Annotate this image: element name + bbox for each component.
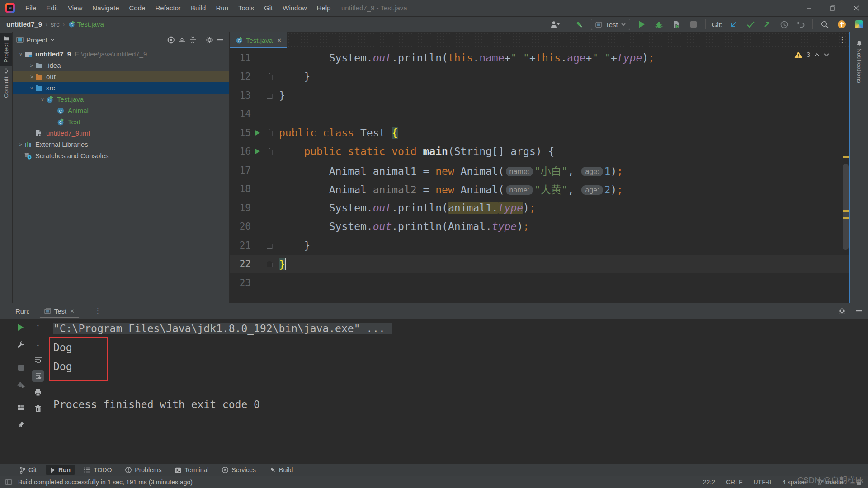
pin-tab-icon[interactable] — [15, 419, 27, 431]
fold-marker-icon[interactable] — [264, 261, 275, 267]
menu-window[interactable]: Window — [278, 0, 311, 16]
tree-item-test-java[interactable]: ˅CTest.java — [13, 94, 229, 105]
tree-item--idea[interactable]: ˃.idea — [13, 60, 229, 71]
soft-wrap-icon[interactable] — [32, 354, 44, 366]
code-line-17[interactable]: 17 Animal animal1 = new Animal(name:"小白"… — [230, 161, 850, 180]
fold-marker-icon[interactable] — [264, 148, 275, 155]
history-clock-icon[interactable] — [778, 19, 789, 30]
run-tab-options-icon[interactable]: ⋮ — [94, 307, 102, 315]
tree-item-test[interactable]: CTest — [13, 116, 229, 127]
run-tab-close-icon[interactable]: ✕ — [70, 308, 75, 314]
hide-panel-icon[interactable] — [215, 34, 226, 45]
run-with-coverage-icon[interactable] — [671, 19, 682, 30]
stripe-tab-project[interactable]: Project — [0, 33, 12, 66]
run-settings-gear-icon[interactable] — [838, 307, 846, 315]
line-ending[interactable]: CRLF — [726, 479, 743, 486]
editor-scrollbar[interactable] — [843, 164, 849, 250]
build-hammer-icon[interactable] — [574, 19, 585, 30]
stripe-tab-notifications[interactable]: Notifications — [853, 38, 865, 86]
code-line-21[interactable]: 21 } — [230, 236, 850, 255]
menu-file[interactable]: File — [20, 0, 41, 16]
tab-close-icon[interactable]: ✕ — [277, 37, 282, 44]
stop-button[interactable] — [688, 19, 699, 30]
run-tab-test[interactable]: Test ✕ — [42, 303, 77, 319]
menu-code[interactable]: Code — [124, 0, 151, 16]
run-button[interactable] — [637, 19, 647, 30]
stop-button[interactable] — [15, 361, 27, 373]
code-line-13[interactable]: 13} — [230, 86, 850, 105]
code-with-me-icon[interactable] — [854, 19, 864, 30]
fold-marker-icon[interactable] — [264, 92, 275, 99]
stripe-tab-commit[interactable]: Commit — [0, 66, 12, 101]
tool-window-button-build[interactable]: Build — [265, 465, 297, 475]
user-account-icon[interactable] — [550, 19, 561, 30]
search-everywhere-icon[interactable] — [819, 19, 830, 30]
breadcrumb-project[interactable]: untitled7_9 — [6, 20, 42, 28]
caret-position[interactable]: 22:2 — [703, 479, 715, 486]
git-push-icon[interactable] — [762, 19, 773, 30]
tree-item-src[interactable]: ˅src — [13, 82, 229, 94]
breadcrumb-file[interactable]: C Test.java — [68, 20, 104, 28]
up-stack-trace-icon[interactable]: ↑ — [32, 321, 44, 333]
rerun-button[interactable] — [15, 321, 27, 333]
menu-git[interactable]: Git — [259, 0, 278, 16]
locate-file-icon[interactable] — [165, 34, 176, 45]
project-panel-title[interactable]: Project — [26, 36, 47, 44]
menu-tools[interactable]: Tools — [233, 0, 259, 16]
code-line-22[interactable]: 22} — [230, 255, 850, 274]
code-line-15[interactable]: 15public class Test { — [230, 123, 850, 142]
tab-test-java[interactable]: C Test.java ✕ — [230, 32, 287, 48]
tree-item-scratches-and-consoles[interactable]: Scratches and Consoles — [13, 150, 229, 161]
run-gutter-icon[interactable] — [251, 148, 264, 155]
print-icon[interactable] — [32, 386, 44, 398]
tool-window-button-run[interactable]: Run — [46, 465, 75, 475]
tree-item-untitled7-9[interactable]: ˅untitled7_9E:\gitee\java\untitled7_9 — [13, 48, 229, 60]
menu-view[interactable]: View — [63, 0, 87, 16]
run-configuration-select[interactable]: Test — [591, 19, 630, 30]
restore-button[interactable] — [821, 0, 844, 16]
debug-button[interactable] — [654, 19, 665, 30]
code-line-14[interactable]: 14 — [230, 105, 850, 124]
code-line-23[interactable]: 23 — [230, 273, 850, 292]
tool-window-switcher-icon[interactable] — [5, 479, 12, 485]
scroll-to-end-icon[interactable] — [32, 370, 44, 382]
file-encoding[interactable]: UTF-8 — [753, 479, 771, 486]
run-gutter-icon[interactable] — [251, 130, 264, 136]
tool-window-button-todo[interactable]: TODO — [80, 465, 116, 475]
git-commit-icon[interactable] — [745, 19, 756, 30]
tool-window-button-problems[interactable]: Problems — [121, 465, 166, 475]
code-line-19[interactable]: 19 System.out.println(animal1.type); — [230, 198, 850, 217]
code-line-16[interactable]: 16 public static void main(String[] args… — [230, 142, 850, 161]
git-update-icon[interactable] — [728, 19, 739, 30]
tree-item-external-libraries[interactable]: ˃External Libraries — [13, 139, 229, 150]
collapse-arrow-icon[interactable]: ˅ — [17, 52, 24, 57]
minimize-button[interactable] — [797, 0, 821, 16]
code-viewport[interactable]: 11 System.out.println(this.name+" "+this… — [230, 48, 850, 303]
menu-edit[interactable]: Edit — [41, 0, 63, 16]
tree-item-out[interactable]: ˃out — [13, 71, 229, 82]
breadcrumb-src[interactable]: src — [51, 20, 60, 28]
code-line-18[interactable]: 18 Animal animal2 = new Animal(name:"大黄"… — [230, 180, 850, 199]
collapse-all-icon[interactable] — [187, 34, 198, 45]
collapse-arrow-icon[interactable]: ˅ — [39, 97, 46, 102]
code-line-11[interactable]: 11 System.out.println(this.name+" "+this… — [230, 48, 850, 67]
update-available-icon[interactable] — [836, 19, 847, 30]
tree-item-animal[interactable]: CAnimal — [13, 105, 229, 116]
close-button[interactable] — [844, 0, 868, 16]
code-line-20[interactable]: 20 System.out.println(Animal.type); — [230, 217, 850, 236]
expand-arrow-icon[interactable]: ˃ — [28, 63, 35, 68]
menu-help[interactable]: Help — [312, 0, 336, 16]
expand-arrow-icon[interactable]: ˃ — [28, 74, 35, 80]
expand-all-icon[interactable] — [176, 34, 187, 45]
rerun-failed-tests-icon[interactable] — [15, 379, 27, 390]
tool-window-button-git[interactable]: Git — [15, 465, 41, 475]
fold-marker-icon[interactable] — [264, 129, 275, 136]
tool-window-button-terminal[interactable]: Terminal — [170, 465, 213, 475]
rollback-icon[interactable] — [795, 19, 806, 30]
collapse-arrow-icon[interactable]: ˅ — [28, 85, 35, 91]
menu-build[interactable]: Build — [186, 0, 211, 16]
clear-console-icon[interactable] — [32, 403, 44, 414]
menu-run[interactable]: Run — [211, 0, 233, 16]
hide-run-panel-icon[interactable] — [856, 310, 862, 312]
status-message[interactable]: Build completed successfully in 1 sec, 1… — [18, 479, 193, 486]
